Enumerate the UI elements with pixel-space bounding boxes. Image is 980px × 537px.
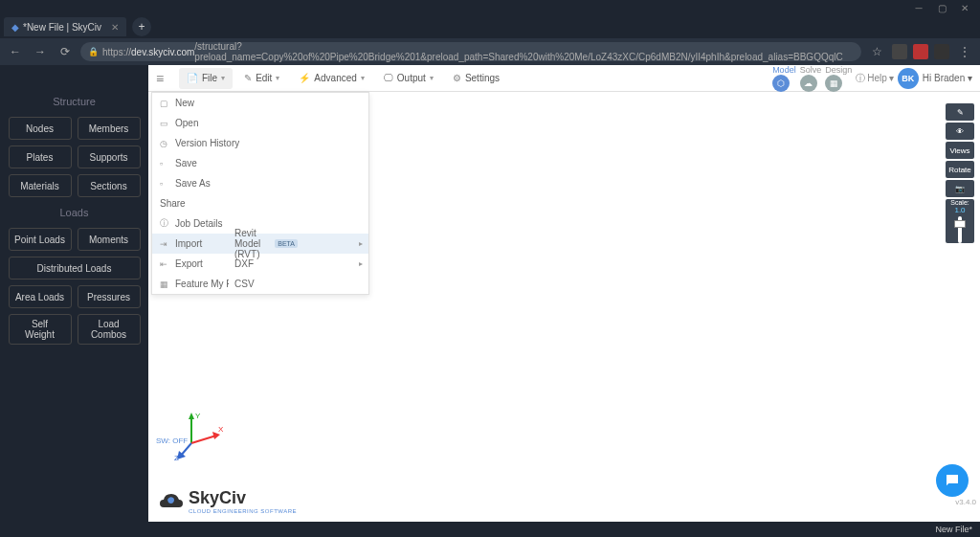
- x-axis-label: X: [218, 425, 224, 434]
- file-save-as[interactable]: ▫Save As: [152, 173, 368, 193]
- members-button[interactable]: Members: [78, 117, 141, 140]
- import-icon: ⇥: [160, 239, 169, 249]
- chevron-down-icon: ▾: [221, 74, 225, 82]
- sections-button[interactable]: Sections: [78, 174, 141, 197]
- svg-marker-1: [189, 413, 194, 419]
- avatar[interactable]: BK: [898, 68, 919, 89]
- version-label: v3.4.0: [955, 498, 976, 506]
- help-button[interactable]: ⓘHelp▾: [856, 72, 894, 85]
- filename-label: New File*: [935, 525, 972, 534]
- hamburger-icon[interactable]: ≡: [156, 71, 171, 86]
- export-icon: ⇤: [160, 259, 169, 269]
- beta-badge: BETA: [275, 239, 298, 248]
- advanced-menu-button[interactable]: ⚡Advanced▾: [291, 68, 371, 89]
- save-as-icon: ▫: [160, 179, 169, 189]
- file-version-history[interactable]: ◷Version History: [152, 133, 368, 153]
- design-status-icon[interactable]: ▦: [825, 75, 842, 92]
- left-sidebar: Structure Nodes Members Plates Supports …: [0, 65, 148, 522]
- info-icon: ⓘ: [160, 217, 169, 230]
- materials-button[interactable]: Materials: [9, 174, 72, 197]
- back-button[interactable]: ←: [6, 42, 25, 61]
- chat-button[interactable]: [936, 464, 969, 497]
- svg-line-2: [191, 436, 216, 443]
- extension-icon[interactable]: [934, 44, 949, 59]
- url-input[interactable]: 🔒 https://dev.skyciv.com/structural?prel…: [80, 42, 861, 61]
- file-new[interactable]: ▢New: [152, 93, 368, 113]
- close-button[interactable]: ✕: [953, 0, 976, 15]
- extension-icon[interactable]: [913, 44, 928, 59]
- self-weight-button[interactable]: Self Weight: [9, 314, 72, 345]
- reload-button[interactable]: ⟳: [56, 42, 75, 61]
- y-axis-label: Y: [195, 412, 201, 420]
- image-icon: ▦: [160, 280, 169, 289]
- moments-button[interactable]: Moments: [78, 228, 141, 251]
- solve-label: Solve: [800, 65, 822, 75]
- chevron-down-icon: ▾: [276, 74, 279, 82]
- supports-button[interactable]: Supports: [78, 145, 141, 168]
- new-tab-button[interactable]: +: [132, 17, 151, 36]
- load-combos-button[interactable]: Load Combos: [78, 314, 141, 345]
- tab-title: *New File | SkyCiv: [23, 22, 101, 33]
- browser-tab[interactable]: ◆ *New File | SkyCiv ✕: [4, 17, 126, 36]
- loads-header: Loads: [6, 207, 143, 218]
- gear-icon: ⚙: [453, 73, 461, 83]
- chevron-down-icon: ▾: [968, 73, 972, 83]
- pencil-tool[interactable]: ✎: [946, 103, 974, 121]
- file-save[interactable]: ▫Save: [152, 153, 368, 173]
- right-toolbar: ✎ 👁 Views Rotate 📷 Scale: 1.0: [946, 103, 974, 243]
- slider-track[interactable]: [958, 216, 962, 243]
- views-button[interactable]: Views: [946, 142, 974, 159]
- app-toolbar: ≡ 📄File▾ ✎Edit▾ ⚡Advanced▾ 🖵Output▾ ⚙Set…: [148, 65, 980, 92]
- output-menu-button[interactable]: 🖵Output▾: [376, 68, 441, 89]
- url-path: /structural?preload_name=Copy%20of%20Pip…: [194, 41, 854, 62]
- nodes-button[interactable]: Nodes: [9, 117, 72, 140]
- model-label: Model: [772, 65, 796, 75]
- chevron-right-icon: ▸: [359, 259, 363, 268]
- plates-button[interactable]: Plates: [9, 145, 72, 168]
- chat-icon: [944, 472, 961, 489]
- file-open[interactable]: ▭Open: [152, 113, 368, 133]
- lock-icon: 🔒: [88, 47, 99, 56]
- eye-tool[interactable]: 👁: [946, 123, 974, 140]
- star-icon[interactable]: ☆: [867, 42, 886, 61]
- clock-icon: ◷: [160, 139, 169, 148]
- logo-subtitle: CLOUD ENGINEERING SOFTWARE: [189, 508, 297, 514]
- save-icon: ▫: [160, 159, 169, 168]
- maximize-button[interactable]: ▢: [930, 0, 953, 15]
- import-revit[interactable]: Revit Model (RVT)BETA: [229, 234, 303, 254]
- import-submenu: Revit Model (RVT)BETA DXF CSV: [229, 234, 303, 294]
- edit-menu-button[interactable]: ✎Edit▾: [236, 68, 287, 89]
- user-greeting[interactable]: Hi Braden ▾: [923, 73, 972, 83]
- forward-button[interactable]: →: [31, 42, 50, 61]
- point-loads-button[interactable]: Point Loads: [9, 228, 72, 251]
- cloud-icon: [158, 490, 185, 513]
- file-dropdown-menu: ▢New ▭Open ◷Version History ▫Save ▫Save …: [151, 92, 369, 295]
- extension-icon[interactable]: [892, 44, 907, 59]
- close-tab-icon[interactable]: ✕: [111, 22, 119, 33]
- solve-status-icon[interactable]: ☁: [800, 75, 817, 92]
- url-prefix: https://: [102, 47, 131, 57]
- settings-button[interactable]: ⚙Settings: [445, 68, 507, 89]
- chevron-down-icon: ▾: [430, 74, 434, 82]
- camera-tool[interactable]: 📷: [946, 180, 974, 197]
- main-area: ≡ 📄File▾ ✎Edit▾ ⚡Advanced▾ 🖵Output▾ ⚙Set…: [148, 65, 980, 522]
- area-loads-button[interactable]: Area Loads: [9, 285, 72, 308]
- scale-label: Scale:: [950, 199, 969, 206]
- minimize-button[interactable]: ─: [907, 0, 930, 15]
- monitor-icon: 🖵: [384, 73, 393, 83]
- distributed-loads-button[interactable]: Distributed Loads: [9, 257, 141, 280]
- browser-tabstrip: ◆ *New File | SkyCiv ✕ +: [0, 15, 980, 38]
- z-axis-label: Z: [174, 454, 179, 462]
- pressures-button[interactable]: Pressures: [78, 285, 141, 308]
- rotate-button[interactable]: Rotate: [946, 161, 974, 178]
- model-status-icon[interactable]: ⬡: [772, 75, 790, 92]
- pencil-icon: ✎: [244, 73, 252, 83]
- file-share[interactable]: Share: [152, 193, 368, 213]
- chevron-down-icon: ▾: [361, 74, 365, 82]
- scale-slider[interactable]: Scale: 1.0: [946, 199, 974, 243]
- file-menu-button[interactable]: 📄File▾: [179, 68, 233, 89]
- status-bar: New File*: [0, 522, 980, 537]
- import-csv[interactable]: CSV: [229, 274, 303, 294]
- menu-icon[interactable]: ⋮: [955, 42, 974, 61]
- skyciv-logo: SkyCivCLOUD ENGINEERING SOFTWARE: [158, 488, 297, 514]
